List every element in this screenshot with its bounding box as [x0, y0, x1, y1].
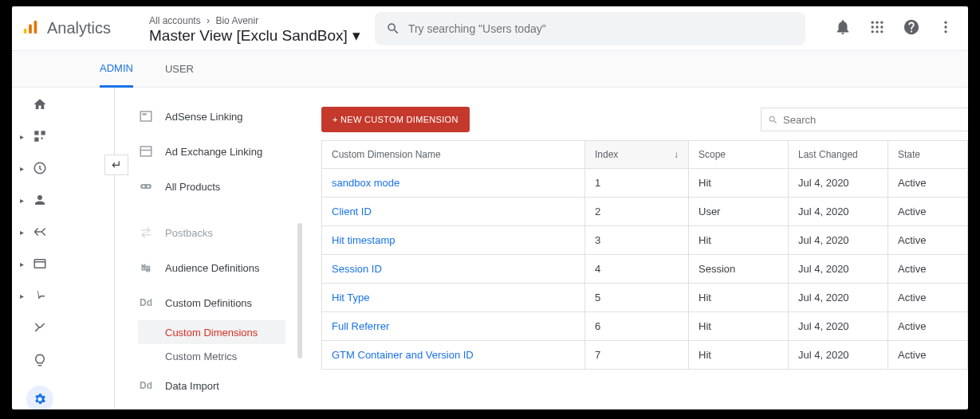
more-vert-icon[interactable]: [938, 19, 954, 37]
svg-point-7: [876, 25, 878, 28]
th-scope[interactable]: Scope: [689, 141, 789, 169]
rail-discover-icon[interactable]: [33, 353, 47, 370]
svg-point-14: [944, 30, 947, 33]
svg-rect-1: [29, 24, 32, 33]
rail-realtime[interactable]: [12, 161, 68, 175]
cell-last-changed: Jul 4, 2020: [789, 255, 888, 284]
rail-home[interactable]: [12, 97, 68, 112]
rail-attribution-icon[interactable]: [33, 320, 47, 337]
tab-user[interactable]: USER: [165, 51, 194, 88]
table-toolbar: + NEW CUSTOM DIMENSION: [321, 107, 968, 132]
global-search[interactable]: [375, 12, 805, 45]
new-custom-dimension-button[interactable]: + NEW CUSTOM DIMENSION: [321, 107, 470, 132]
search-icon: [768, 115, 778, 125]
admin-side-list: AdSense Linking Ad Exchange Linking All …: [138, 99, 307, 403]
cell-scope: Hit: [689, 284, 789, 312]
scrollbar[interactable]: [297, 223, 302, 358]
cell-index: 5: [585, 284, 689, 312]
sidebar-item-audience-definitions[interactable]: ↹ Audience Definitions: [138, 250, 304, 285]
sidebar-item-postbacks[interactable]: Postbacks: [138, 215, 304, 250]
cell-scope: Session: [689, 255, 789, 284]
svg-rect-22: [143, 113, 147, 115]
sidebar-sub-custom-metrics[interactable]: Custom Metrics: [138, 344, 285, 368]
sidebar-item-adsense-linking[interactable]: AdSense Linking: [138, 99, 304, 134]
top-bar: Analytics All accounts › Bio Avenir Mast…: [12, 6, 968, 51]
svg-rect-0: [24, 29, 27, 33]
svg-point-3: [872, 22, 874, 24]
table-row: Full Referrer6HitJul 4, 2020Active: [322, 312, 968, 341]
sidebar-item-label: Data Import: [165, 380, 219, 392]
apps-icon[interactable]: [869, 19, 885, 37]
th-state[interactable]: State: [888, 141, 968, 169]
sidebar-item-label: Ad Exchange Linking: [165, 146, 262, 158]
cell-last-changed: Jul 4, 2020: [789, 284, 888, 312]
sidebar-item-label: AdSense Linking: [165, 111, 243, 123]
cell-scope: User: [689, 198, 789, 226]
cell-index: 6: [585, 312, 689, 341]
back-button[interactable]: ↵: [104, 155, 128, 175]
tab-admin[interactable]: ADMIN: [100, 51, 133, 88]
rail-conversions[interactable]: [12, 288, 68, 303]
cell-last-changed: Jul 4, 2020: [789, 169, 888, 198]
sidebar-item-ad-exchange-linking[interactable]: Ad Exchange Linking: [138, 134, 304, 169]
cell-scope: Hit: [689, 226, 789, 255]
header-actions: [834, 18, 958, 38]
svg-point-26: [143, 186, 145, 188]
cell-index: 7: [585, 341, 689, 370]
svg-point-27: [148, 186, 150, 188]
rail-behavior[interactable]: [12, 256, 68, 271]
cell-name[interactable]: Hit timestamp: [322, 226, 585, 255]
svg-rect-15: [34, 131, 38, 135]
cell-state: Active: [888, 284, 968, 312]
audience-def-icon: ↹: [138, 260, 154, 276]
cell-name[interactable]: Full Referrer: [322, 312, 585, 341]
th-index[interactable]: Index↓: [585, 141, 689, 169]
rail-audience[interactable]: [12, 193, 68, 207]
admin-tabs: ADMIN USER: [12, 51, 968, 88]
view-selector[interactable]: All accounts › Bio Avenir Master View [E…: [149, 12, 360, 45]
table-search-input[interactable]: [783, 114, 962, 126]
global-search-input[interactable]: [408, 22, 794, 35]
table-row: Session ID4SessionJul 4, 2020Active: [322, 255, 968, 284]
svg-rect-23: [140, 147, 152, 156]
adsense-icon: [138, 108, 154, 124]
svg-point-8: [880, 25, 883, 28]
table-row: Hit Type5HitJul 4, 2020Active: [322, 284, 968, 312]
svg-rect-21: [140, 112, 152, 121]
cell-last-changed: Jul 4, 2020: [789, 198, 888, 226]
ga-logo-icon: [22, 18, 39, 38]
cell-name[interactable]: GTM Container and Version ID: [322, 341, 585, 370]
table-row: Hit timestamp3HitJul 4, 2020Active: [322, 226, 968, 255]
view-name-dropdown[interactable]: Master View [Exclu SandBox] ▾: [149, 26, 360, 45]
table-row: Client ID2UserJul 4, 2020Active: [322, 198, 968, 226]
brand-block[interactable]: Analytics: [22, 18, 141, 38]
cell-name[interactable]: sandbox mode: [322, 169, 585, 198]
cell-name[interactable]: Client ID: [322, 198, 585, 226]
th-last-changed[interactable]: Last Changed: [789, 141, 888, 169]
table-row: sandbox mode1HitJul 4, 2020Active: [322, 169, 968, 198]
app-frame: Analytics All accounts › Bio Avenir Mast…: [12, 6, 968, 409]
rail-admin-gear[interactable]: [26, 386, 53, 409]
rail-customization[interactable]: [12, 129, 68, 143]
rail-acquisition[interactable]: [12, 225, 68, 239]
svg-point-10: [876, 30, 878, 33]
th-name[interactable]: Custom Dimension Name: [322, 141, 585, 169]
chevron-right-icon: ›: [207, 15, 210, 26]
sidebar-item-data-import[interactable]: Dd Data Import: [138, 368, 304, 403]
cell-name[interactable]: Hit Type: [322, 284, 585, 312]
cell-state: Active: [888, 255, 968, 284]
notifications-icon[interactable]: [834, 18, 852, 38]
sidebar-item-label: All Products: [165, 181, 220, 193]
cell-name[interactable]: Session ID: [322, 255, 585, 284]
table-body: sandbox mode1HitJul 4, 2020ActiveClient …: [322, 169, 968, 370]
svg-rect-2: [34, 21, 37, 34]
sidebar-item-custom-definitions[interactable]: Dd Custom Definitions: [138, 285, 304, 320]
table-search[interactable]: [761, 108, 968, 131]
ad-exchange-icon: [138, 143, 154, 159]
sidebar-sub-custom-dimensions[interactable]: Custom Dimensions: [138, 320, 285, 344]
sidebar-item-label: Audience Definitions: [165, 262, 260, 274]
cell-last-changed: Jul 4, 2020: [789, 226, 888, 255]
data-import-icon: Dd: [138, 378, 154, 394]
sidebar-item-all-products[interactable]: All Products: [138, 169, 304, 204]
help-icon[interactable]: [903, 18, 920, 38]
